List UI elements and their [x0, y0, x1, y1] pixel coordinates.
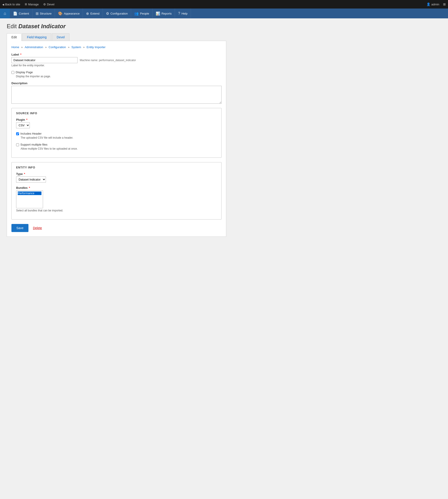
- nav-extend[interactable]: ⊕ Extend: [83, 9, 103, 18]
- nav-structure-label: Structure: [40, 12, 52, 15]
- machine-name-text: Machine name: performance_dataset_indica…: [80, 59, 136, 62]
- admin-user-area: admin: [427, 2, 446, 6]
- label-field-group: Label * Machine name: performance_datase…: [11, 53, 222, 67]
- nav-appearance[interactable]: 🎨 Appearance: [55, 9, 83, 18]
- label-text: Label: [11, 53, 19, 56]
- includes-header-field-group: Includes Header The uploaded CSV file wi…: [16, 132, 217, 139]
- nav-structure[interactable]: ⊞ Structure: [32, 9, 55, 18]
- display-page-description: Display the importer as page.: [16, 75, 222, 78]
- breadcrumb: Home » Administration » Configuration » …: [11, 46, 222, 49]
- tab-devel[interactable]: Devel: [52, 33, 69, 41]
- nav-help[interactable]: ? Help: [175, 9, 191, 18]
- includes-header-label[interactable]: Includes Header: [20, 132, 42, 135]
- page-title-prefix: Edit: [7, 23, 18, 30]
- plugin-label-text: Plugin: [16, 118, 25, 121]
- description-field-group: Description: [11, 81, 222, 104]
- breadcrumb-entity-importer[interactable]: Entity Importer: [87, 46, 106, 49]
- label-field-label: Label *: [11, 53, 222, 56]
- includes-header-checkbox-row: Includes Header: [16, 132, 217, 135]
- support-multiple-checkbox-row: Support multiple files: [16, 143, 217, 146]
- devel-label: Devel: [47, 3, 54, 6]
- page-title: Edit Dataset Indicator: [7, 23, 226, 30]
- bundles-field-group: Bundles * Performance Select all bundles…: [16, 186, 217, 212]
- tab-field-mapping[interactable]: Field Mapping: [22, 33, 51, 41]
- people-icon: 👥: [134, 11, 139, 16]
- manage-menu-item[interactable]: Manage: [25, 2, 39, 7]
- tab-field-mapping-label: Field Mapping: [27, 35, 47, 39]
- plugin-required-marker: *: [26, 118, 27, 121]
- nav-reports[interactable]: 📊 Reports: [153, 9, 175, 18]
- nav-content-label: Content: [19, 12, 29, 15]
- nav-people[interactable]: 👥 People: [131, 9, 152, 18]
- extend-icon: ⊕: [86, 11, 89, 16]
- breadcrumb-home[interactable]: Home: [11, 46, 19, 49]
- type-label-text: Type: [16, 172, 23, 176]
- content-icon: 📄: [13, 11, 17, 16]
- includes-header-checkbox[interactable]: [16, 132, 19, 135]
- main-panel: Home » Administration » Configuration » …: [7, 41, 226, 237]
- page-title-entity: Dataset Indicator: [18, 23, 66, 30]
- appearance-icon: 🎨: [58, 11, 63, 16]
- structure-icon: ⊞: [36, 11, 39, 16]
- breadcrumb-sep-1: »: [21, 46, 24, 49]
- label-field-description: Label for the entity importer.: [11, 64, 222, 67]
- breadcrumb-configuration[interactable]: Configuration: [48, 46, 66, 49]
- back-icon: [2, 3, 4, 6]
- type-label: Type *: [16, 172, 217, 176]
- breadcrumb-sep-4: »: [83, 46, 86, 49]
- nav-people-label: People: [140, 12, 149, 15]
- entity-info-section: ENTITY INFO Type * Dataset Indicator Bun…: [11, 162, 222, 219]
- display-page-field-group: Display Page Display the importer as pag…: [11, 71, 222, 78]
- label-input[interactable]: [11, 57, 78, 63]
- bundles-option-performance: Performance: [18, 191, 41, 195]
- home-icon: [4, 11, 6, 16]
- description-label: Description: [11, 81, 222, 85]
- user-icon: [427, 2, 430, 6]
- breadcrumb-system[interactable]: System: [71, 46, 81, 49]
- breadcrumb-sep-2: »: [45, 46, 48, 49]
- save-button[interactable]: Save: [11, 224, 29, 232]
- support-multiple-checkbox[interactable]: [16, 143, 19, 146]
- devel-menu-item[interactable]: Devel: [43, 3, 54, 6]
- tab-devel-label: Devel: [57, 35, 65, 39]
- display-page-label[interactable]: Display Page: [16, 71, 33, 74]
- nav-configuration[interactable]: ⚙ Configuration: [103, 9, 131, 18]
- bundles-label-text: Bundles: [16, 186, 28, 189]
- source-info-title: SOURCE INFO: [16, 112, 217, 115]
- shortcut-icon: [443, 2, 446, 6]
- tab-bar: Edit Field Mapping Devel: [7, 33, 226, 41]
- display-page-checkbox-row: Display Page: [11, 71, 222, 74]
- type-select[interactable]: Dataset Indicator: [16, 176, 46, 183]
- delete-button[interactable]: Delete: [33, 226, 42, 230]
- help-icon: ?: [178, 11, 180, 16]
- page-content: Edit Dataset Indicator Edit Field Mappin…: [0, 18, 233, 246]
- admin-bar: Back to site Manage Devel admin: [0, 0, 448, 9]
- display-page-checkbox[interactable]: [11, 71, 14, 74]
- reports-icon: 📊: [156, 11, 160, 16]
- nav-bar: 📄 Content ⊞ Structure 🎨 Appearance ⊕ Ext…: [0, 9, 448, 18]
- nav-content[interactable]: 📄 Content: [10, 9, 32, 18]
- back-to-site-label: Back to site: [5, 3, 20, 6]
- breadcrumb-administration[interactable]: Administration: [25, 46, 43, 49]
- tab-edit-label: Edit: [11, 35, 17, 39]
- config-icon: ⚙: [106, 11, 109, 16]
- description-textarea[interactable]: [11, 86, 222, 104]
- bundles-label: Bundles *: [16, 186, 217, 189]
- plugin-label: Plugin *: [16, 118, 217, 121]
- breadcrumb-sep-3: »: [68, 46, 70, 49]
- plugin-select[interactable]: CSV: [16, 122, 30, 128]
- bundles-description: Select all bundles that can be imported.: [16, 209, 217, 212]
- devel-icon: [43, 3, 46, 6]
- label-required-marker: *: [20, 53, 21, 56]
- support-multiple-field-group: Support multiple files Allow multiple CS…: [16, 143, 217, 150]
- nav-extend-label: Extend: [90, 12, 99, 15]
- back-to-site-link[interactable]: Back to site: [2, 3, 20, 6]
- tab-edit[interactable]: Edit: [7, 33, 21, 41]
- bundles-required-marker: *: [29, 186, 30, 189]
- nav-home-button[interactable]: [0, 9, 10, 18]
- support-multiple-label[interactable]: Support multiple files: [20, 143, 48, 146]
- nav-appearance-label: Appearance: [64, 12, 80, 15]
- plugin-field-group: Plugin * CSV: [16, 118, 217, 128]
- manage-icon: [25, 2, 27, 7]
- bundles-select[interactable]: Performance: [16, 190, 43, 208]
